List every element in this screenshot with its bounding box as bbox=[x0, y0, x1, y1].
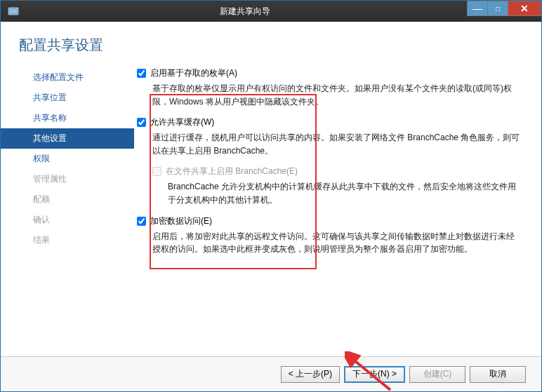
sidebar-item-other-settings[interactable]: 其他设置 bbox=[1, 128, 134, 149]
sidebar-item-profile[interactable]: 选择配置文件 bbox=[1, 67, 134, 88]
sidebar-item-permissions[interactable]: 权限 bbox=[1, 149, 134, 169]
page-title: 配置共享设置 bbox=[19, 36, 541, 55]
option-encrypt: 加密数据访问(E) bbox=[137, 215, 522, 227]
maximize-button[interactable]: □ bbox=[487, 1, 508, 16]
titlebar: 新建共享向导 — □ ✕ bbox=[1, 1, 541, 22]
app-icon bbox=[5, 3, 22, 20]
sidebar: 选择配置文件 共享位置 共享名称 其他设置 权限 管理属性 配额 确认 结果 bbox=[1, 65, 134, 356]
option-abe: 启用基于存取的枚举(A) bbox=[137, 67, 522, 79]
page-header: 配置共享设置 bbox=[1, 22, 541, 65]
prev-button[interactable]: < 上一步(P) bbox=[281, 366, 340, 383]
body: 配置共享设置 选择配置文件 共享位置 共享名称 其他设置 权限 管理属性 配额 … bbox=[1, 22, 541, 391]
label-cache[interactable]: 允许共享缓存(W) bbox=[150, 116, 214, 128]
desc-abe: 基于存取的枚举仅显示用户有权访问的文件和文件夹。如果用户没有某个文件夹的读取(或… bbox=[137, 81, 522, 116]
cancel-button[interactable]: 取消 bbox=[470, 366, 526, 383]
label-encrypt[interactable]: 加密数据访问(E) bbox=[150, 215, 212, 227]
content-pane: 启用基于存取的枚举(A) 基于存取的枚举仅显示用户有权访问的文件和文件夹。如果用… bbox=[134, 65, 541, 356]
wizard-window: 新建共享向导 — □ ✕ 配置共享设置 选择配置文件 共享位置 共享名称 其他设… bbox=[0, 0, 542, 392]
desc-encrypt: 启用后，将加密对此共享的远程文件访问。这可确保与该共享之间传输数据时禁止对数据进… bbox=[137, 229, 522, 264]
option-branchcache: 在文件共享上启用 BranchCache(E) bbox=[137, 165, 522, 177]
sidebar-item-mgmt: 管理属性 bbox=[1, 169, 134, 189]
checkbox-abe[interactable] bbox=[137, 69, 146, 78]
next-button[interactable]: 下一步(N) > bbox=[344, 366, 405, 383]
window-title: 新建共享向导 bbox=[22, 6, 468, 18]
desc-branchcache: BranchCache 允许分支机构中的计算机缓存从此共享中下载的文件，然后安全… bbox=[137, 179, 522, 215]
close-button[interactable]: ✕ bbox=[508, 1, 541, 16]
svg-rect-1 bbox=[10, 9, 17, 13]
option-cache: 允许共享缓存(W) bbox=[137, 116, 522, 128]
sidebar-item-results: 结果 bbox=[1, 230, 134, 250]
window-controls: — □ ✕ bbox=[468, 1, 541, 16]
create-button: 创建(C) bbox=[409, 366, 465, 383]
footer: < 上一步(P) 下一步(N) > 创建(C) 取消 blog bbox=[1, 356, 541, 391]
sidebar-item-location[interactable]: 共享位置 bbox=[1, 88, 134, 108]
checkbox-encrypt[interactable] bbox=[137, 217, 146, 226]
main-area: 选择配置文件 共享位置 共享名称 其他设置 权限 管理属性 配额 确认 结果 启… bbox=[1, 65, 541, 356]
sidebar-item-confirm: 确认 bbox=[1, 210, 134, 230]
desc-cache: 通过进行缓存，脱机用户可以访问共享的内容。如果安装了网络文件 BranchCac… bbox=[137, 130, 522, 165]
label-abe[interactable]: 启用基于存取的枚举(A) bbox=[150, 67, 237, 79]
sidebar-item-name[interactable]: 共享名称 bbox=[1, 108, 134, 128]
sidebar-item-quota: 配额 bbox=[1, 189, 134, 210]
checkbox-branchcache bbox=[152, 167, 161, 176]
label-branchcache: 在文件共享上启用 BranchCache(E) bbox=[166, 165, 298, 177]
checkbox-cache[interactable] bbox=[137, 118, 146, 127]
minimize-button[interactable]: — bbox=[467, 1, 488, 16]
